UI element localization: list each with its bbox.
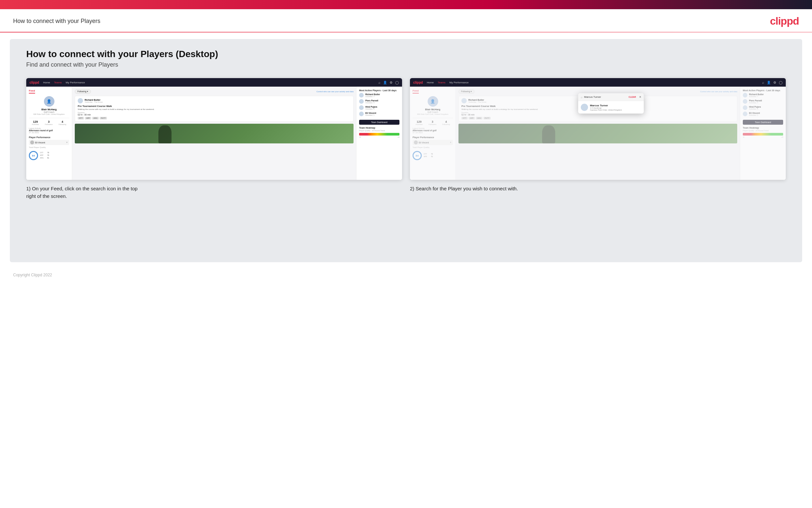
settings-icon-2[interactable]: ⚙ (773, 81, 776, 84)
latest-date: 27 Jul 2022 (29, 132, 69, 134)
latest-val: Afternoon round of golf (29, 129, 69, 132)
feed-user-info: Richard Butler Yesterday - The Grove (85, 99, 103, 103)
player-list-item-1: Richard Butler Activities: 7 (359, 93, 399, 97)
profile-icon-2[interactable]: 👤 (767, 81, 771, 84)
profile-icon[interactable]: 👤 (383, 81, 387, 84)
feed-card-header: Richard Butler Yesterday - The Grove (78, 98, 350, 103)
player-list-info-4: Eli Vincent Activities: 1 (365, 112, 376, 116)
header: How to connect with your Players clippd (0, 9, 812, 32)
player-select-avatar (30, 140, 34, 144)
logo: clippd (770, 15, 799, 27)
search-result[interactable]: Marcus Turner 1.5 Handicap Cypress Point… (578, 101, 644, 114)
stat-bar-arg: ARG 61 (40, 157, 50, 159)
profile-club: Mill Ride Golf Club, United Kingdom (29, 113, 69, 115)
stat-activities-num: 129 (32, 120, 39, 123)
player-list-act-3: Activities: 3 (365, 108, 377, 110)
clear-button[interactable]: CLEAR (629, 96, 636, 98)
profile-role: Golf Coach (29, 111, 69, 113)
team-dashboard-button-2: Team Dashboard (743, 120, 783, 125)
screenshot-block-2: clippd Home Teams My Performance ⌕ 👤 ⚙ ◯ (410, 78, 786, 200)
stat-followers: 3 Followers (45, 120, 53, 125)
settings-icon[interactable]: ⚙ (390, 81, 392, 84)
app-left-panel: Feed 👤 Blair McHarg Golf Coach Mill Ride… (26, 87, 72, 180)
search-result-club: Cypress Point Club, United Kingdom (590, 109, 622, 111)
latest-activity-2: Latest Activity Afternoon round of golf … (413, 127, 453, 134)
search-result-info: Marcus Turner 1.5 Handicap Cypress Point… (590, 104, 622, 111)
feed-username: Richard Butler (85, 99, 103, 101)
header-divider (0, 32, 812, 33)
app-nav-2: clippd Home Teams My Performance ⌕ 👤 ⚙ ◯ (410, 78, 786, 87)
player-list-item-3: Hiral Pujara Activities: 3 (359, 105, 399, 110)
nav-teams[interactable]: Teams (54, 81, 62, 84)
stat-bars: OTT 79 APP 70 (40, 152, 50, 160)
main-heading: How to connect with your Players (Deskto… (26, 49, 786, 59)
app-nav-logo: clippd (30, 81, 39, 84)
top-bar (0, 0, 812, 9)
app-right-panel: Most Active Players - Last 30 days Richa… (356, 87, 402, 180)
stat-followers-num: 3 (45, 120, 53, 123)
player-list-avatar-1 (359, 93, 364, 97)
player-select[interactable]: Eli Vincent ▼ (29, 140, 69, 145)
profile-section: 👤 Blair McHarg Golf Coach Mill Ride Golf… (29, 96, 69, 115)
player-list-act-2: Activities: 4 (365, 102, 378, 104)
app-body: Feed 👤 Blair McHarg Golf Coach Mill Ride… (26, 87, 402, 180)
profile-role-2: Golf Coach (413, 111, 453, 113)
chevron-down-icon: ▼ (66, 141, 68, 143)
screenshot-frame-2: clippd Home Teams My Performance ⌕ 👤 ⚙ ◯ (410, 78, 786, 180)
feed-desc: Walking the course with my coach to buil… (78, 108, 350, 110)
profile-club-2: Mill Ride Golf Club, United Kingdom (413, 113, 453, 115)
main-content: How to connect with your Players (Deskto… (10, 39, 802, 262)
stat-following: 4 Following (59, 120, 66, 125)
main-subheading: Find and connect with your Players (26, 61, 786, 68)
close-button[interactable]: × (639, 95, 641, 99)
stat-bars-2: OTT 79 APP 70 (424, 153, 434, 158)
player-list-name-1: Richard Butler (365, 93, 380, 95)
stat-followers-label: Followers (45, 123, 53, 125)
player-select-2: Eli Vincent ▼ (413, 140, 453, 145)
nav-home[interactable]: Home (43, 81, 50, 84)
player-list-name-4: Eli Vincent (365, 112, 376, 114)
player-list-info-3: Hiral Pujara Activities: 3 (365, 106, 377, 110)
player-list-avatar-4 (359, 112, 364, 116)
search-icon-overlay: ⌕ (581, 95, 582, 99)
control-link[interactable]: Control who can see your activity and da… (317, 91, 353, 92)
nav-my-performance-2[interactable]: My Performance (449, 81, 469, 84)
nav-my-performance[interactable]: My Performance (65, 81, 85, 84)
search-query[interactable]: Marcus Turner (584, 95, 627, 98)
screenshot-block-1: clippd Home Teams My Performance ⌕ 👤 ⚙ ◯ (26, 78, 402, 200)
app-nav-logo-2: clippd (413, 81, 423, 84)
nav-home-2[interactable]: Home (427, 81, 434, 84)
step-2-caption: 2) Search for the Player you wish to con… (410, 185, 521, 193)
nav-teams-2[interactable]: Teams (438, 81, 446, 84)
team-dashboard-button[interactable]: Team Dashboard (359, 120, 399, 125)
tag-app: APP (85, 117, 91, 120)
avatar: 👤 (44, 96, 54, 107)
player-list-avatar-3 (359, 105, 364, 110)
feed-tab[interactable]: Feed (29, 89, 35, 93)
duration-val: 02 hr : 00 min (78, 114, 350, 116)
heatmap-sub: Player Quality - 20 Round Trend (359, 130, 399, 132)
feed-avatar (78, 98, 83, 103)
app-left-panel-2: Feed 👤 Blair McHarg Golf Coach Mill Ride… (410, 87, 456, 180)
search-icon-2[interactable]: ⌕ (762, 81, 764, 84)
tag-arg: ARG (92, 117, 99, 120)
app-nav-icons-2: ⌕ 👤 ⚙ ◯ (762, 81, 782, 84)
avatar-icon-2[interactable]: ◯ (779, 81, 782, 84)
following-row: Following ▾ Control who can see your act… (75, 89, 353, 94)
following-btn[interactable]: Following ▾ (75, 89, 91, 94)
screenshot-frame-1: clippd Home Teams My Performance ⌕ 👤 ⚙ ◯ (26, 78, 402, 180)
step-1-caption: 1) On your Feed, click on the search ico… (26, 185, 138, 200)
screenshots-row: clippd Home Teams My Performance ⌕ 👤 ⚙ ◯ (26, 78, 786, 200)
golfer-silhouette (158, 125, 172, 143)
profile-stats-2: 129 Activities 3 Followers 4 Following (413, 118, 453, 125)
search-icon[interactable]: ⌕ (378, 81, 380, 84)
tag-ott: OTT (78, 117, 84, 120)
score-circle-2: 84 (413, 151, 422, 160)
app-right-panel-2: Most Active Players - Last 30 days Richa… (740, 87, 786, 180)
avatar-icon[interactable]: ◯ (395, 81, 399, 84)
app-nav-icons: ⌕ 👤 ⚙ ◯ (378, 81, 399, 84)
player-list-info-2: Piers Parnell Activities: 4 (365, 99, 378, 104)
app-screenshot-1: clippd Home Teams My Performance ⌕ 👤 ⚙ ◯ (26, 78, 402, 180)
player-list-item-2: Piers Parnell Activities: 4 (359, 99, 399, 104)
copyright-text: Copyright Clippd 2022 (13, 273, 52, 277)
